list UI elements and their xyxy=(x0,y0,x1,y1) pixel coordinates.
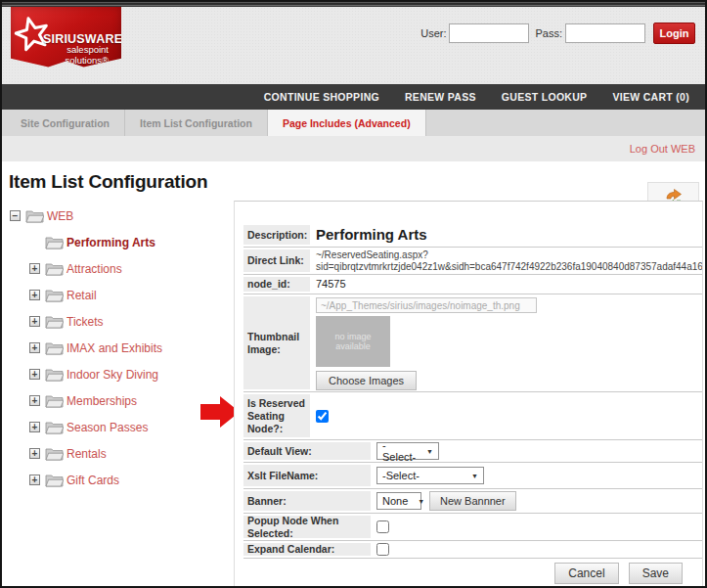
description-row: Description: Performing Arts xyxy=(243,223,702,248)
xslt-selected-value: -Select- xyxy=(382,470,420,481)
chevron-down-icon: ▼ xyxy=(471,473,478,479)
tree-item-label[interactable]: Retail xyxy=(66,289,97,302)
popup-node-checkbox[interactable] xyxy=(376,520,389,533)
folder-icon xyxy=(45,288,64,302)
tab[interactable]: Page Includes (Advanced) xyxy=(268,110,426,136)
expand-calendar-checkbox[interactable] xyxy=(376,543,389,556)
tree-item-label[interactable]: WEB xyxy=(47,209,73,223)
tree-item[interactable]: + Attractions xyxy=(10,255,230,282)
tree-item[interactable]: − WEB xyxy=(10,203,230,229)
direct-link-value: ~/ReservedSeating.aspx? sid=qibrqtzvtmrk… xyxy=(310,248,702,274)
thumbnail-row: Thumbnail Image: no image available Choo… xyxy=(243,294,702,392)
reserved-seating-row: Is Reserved Seating Node?: xyxy=(243,392,702,440)
tagline-line2: solutions® xyxy=(66,55,110,66)
tree-item[interactable]: + Memberships xyxy=(10,387,230,414)
node-id-row: node_id: 74575 xyxy=(243,275,702,294)
nav-menu-item[interactable]: CONTINUE SHOPPING xyxy=(264,91,379,103)
login-area: User: Pass: Login xyxy=(420,23,695,44)
tree-item-label[interactable]: Gift Cards xyxy=(66,474,119,487)
popup-node-label: Popup Node When Selected: xyxy=(243,516,371,538)
folder-icon xyxy=(45,367,64,382)
tree-expand-toggle[interactable]: + xyxy=(29,290,40,300)
nav-menu-item[interactable]: RENEW PASS xyxy=(405,91,476,103)
login-button[interactable]: Login xyxy=(653,23,695,44)
pass-input[interactable] xyxy=(565,23,645,43)
reserved-seating-checkbox[interactable] xyxy=(316,410,329,423)
popup-node-row: Popup Node When Selected: xyxy=(243,514,702,541)
chevron-down-icon: ▼ xyxy=(426,448,433,455)
direct-link-line2: sid=qibrqtzvtmrkrtzjde042z1w&sidh=bca647… xyxy=(316,261,696,273)
pass-label: Pass: xyxy=(535,27,562,39)
save-button[interactable]: Save xyxy=(629,563,683,584)
tree-expand-toggle[interactable]: + xyxy=(29,263,40,274)
tree-item[interactable]: + Season Passes xyxy=(10,414,230,440)
tree-item[interactable]: + Rentals xyxy=(10,440,230,467)
tree-item-label[interactable]: IMAX and Exhibits xyxy=(66,341,162,355)
folder-icon xyxy=(45,314,64,329)
tree-item-label[interactable]: Indoor Sky Diving xyxy=(66,368,158,382)
tree-item[interactable]: Performing Arts xyxy=(10,229,230,255)
choose-images-button[interactable]: Choose Images xyxy=(316,371,417,390)
tree-expand-toggle[interactable]: + xyxy=(29,395,40,406)
expand-calendar-label: Expand Calendar: xyxy=(243,543,371,556)
tree-expand-toggle[interactable]: + xyxy=(29,448,40,459)
tab-bar: Site Configuration Item List Configurati… xyxy=(2,110,705,136)
reserved-seating-label: Is Reserved Seating Node?: xyxy=(243,394,310,437)
logout-strip: Log Out WEB xyxy=(2,136,705,161)
xslt-filename-label: Xslt FileName: xyxy=(243,465,371,486)
logout-link[interactable]: Log Out WEB xyxy=(630,143,695,155)
thumbnail-path-input xyxy=(316,297,537,313)
new-banner-button[interactable]: New Bannner xyxy=(429,491,516,511)
noimage-text-line2: available xyxy=(335,341,371,351)
xslt-filename-select[interactable]: -Select- ▼ xyxy=(376,467,484,484)
folder-icon xyxy=(45,420,64,434)
tagline-line1: salespoint xyxy=(66,44,109,55)
noimage-text-line1: no image xyxy=(334,332,371,341)
tree-item-label[interactable]: Memberships xyxy=(66,394,137,408)
tree-item-label[interactable]: Rentals xyxy=(66,447,107,461)
folder-icon xyxy=(45,340,64,355)
banner-select[interactable]: None ▼ xyxy=(376,492,421,510)
tree-item-label[interactable]: Tickets xyxy=(66,315,104,329)
description-label: Description: xyxy=(243,225,310,245)
cancel-button[interactable]: Cancel xyxy=(554,563,618,584)
siriusware-logo: SIRIUSWARE® salespoint solutions® xyxy=(11,7,121,71)
tree-item[interactable]: + IMAX and Exhibits xyxy=(10,335,230,361)
tree-expand-toggle[interactable]: + xyxy=(29,369,40,380)
default-view-select[interactable]: -Select- ▼ xyxy=(376,442,439,460)
thumbnail-label: Thumbnail Image: xyxy=(243,296,310,389)
tree-item-label[interactable]: Attractions xyxy=(66,262,122,276)
tree-item[interactable]: + Retail xyxy=(10,282,230,308)
folder-icon xyxy=(45,473,64,487)
tree-item[interactable]: + Gift Cards xyxy=(10,467,230,493)
tree-item[interactable]: + Tickets xyxy=(10,308,230,335)
form-footer: Cancel Save xyxy=(235,559,702,584)
folder-icon xyxy=(45,261,64,276)
page-title: Item List Configuration xyxy=(9,171,207,193)
xslt-filename-row: Xslt FileName: -Select- ▼ xyxy=(243,463,702,489)
banner-row: Banner: None ▼ New Bannner xyxy=(243,489,702,514)
folder-icon xyxy=(25,208,44,223)
tree-item-label[interactable]: Season Passes xyxy=(66,421,148,434)
nav-menu-item[interactable]: VIEW CART (0) xyxy=(612,91,689,103)
tree-expand-toggle[interactable]: + xyxy=(29,422,40,432)
noimage-placeholder: no image available xyxy=(316,316,390,367)
banner-selected-value: None xyxy=(382,495,408,507)
tree-expand-toggle[interactable]: − xyxy=(10,210,21,221)
nav-menu-item[interactable]: GUEST LOOKUP xyxy=(502,91,588,103)
tab[interactable]: Site Configuration xyxy=(6,110,125,136)
node-config-form: Description: Performing Arts Direct Link… xyxy=(234,201,703,586)
tab[interactable]: Item List Configuration xyxy=(125,110,268,136)
tree-item-label[interactable]: Performing Arts xyxy=(66,236,155,249)
node-id-value: 74575 xyxy=(310,275,702,294)
direct-link-label: Direct Link: xyxy=(243,249,310,272)
thumbnail-value: no image available Choose Images xyxy=(310,294,702,391)
user-label: User: xyxy=(420,27,446,39)
tree-expand-toggle[interactable]: + xyxy=(29,475,40,485)
user-input[interactable] xyxy=(449,23,529,43)
tree-item[interactable]: + Indoor Sky Diving xyxy=(10,361,230,387)
tree-expand-toggle[interactable]: + xyxy=(29,342,40,353)
content-area: Item List Configuration − WEB Perfo xyxy=(2,161,705,586)
default-view-selected-value: -Select- xyxy=(382,440,417,462)
tree-expand-toggle[interactable]: + xyxy=(29,316,40,327)
